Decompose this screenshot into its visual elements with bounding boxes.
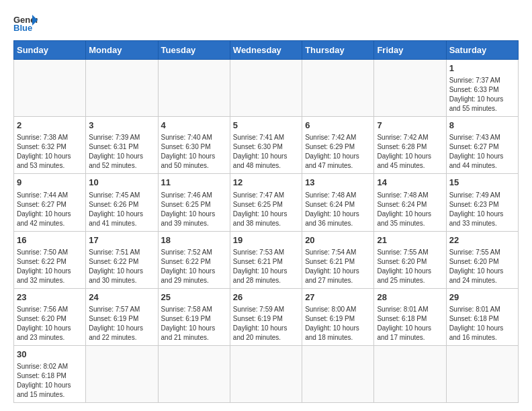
calendar-cell: 28Sunrise: 8:01 AM Sunset: 6:18 PM Dayli… xyxy=(374,288,446,345)
day-info: Sunrise: 7:48 AM Sunset: 6:24 PM Dayligh… xyxy=(377,191,443,228)
day-number: 20 xyxy=(305,234,371,246)
day-info: Sunrise: 7:55 AM Sunset: 6:20 PM Dayligh… xyxy=(449,248,515,285)
col-header-friday: Friday xyxy=(374,41,446,60)
day-number: 28 xyxy=(377,291,443,304)
day-number: 26 xyxy=(233,291,299,304)
calendar-cell: 29Sunrise: 8:01 AM Sunset: 6:18 PM Dayli… xyxy=(446,288,518,345)
day-info: Sunrise: 7:58 AM Sunset: 6:19 PM Dayligh… xyxy=(161,305,227,342)
calendar-cell: 1Sunrise: 7:37 AM Sunset: 6:33 PM Daylig… xyxy=(446,60,518,117)
calendar-cell: 11Sunrise: 7:46 AM Sunset: 6:25 PM Dayli… xyxy=(158,174,230,231)
day-info: Sunrise: 8:02 AM Sunset: 6:18 PM Dayligh… xyxy=(17,362,83,400)
col-header-thursday: Thursday xyxy=(302,41,374,60)
day-info: Sunrise: 8:01 AM Sunset: 6:18 PM Dayligh… xyxy=(377,305,443,342)
day-info: Sunrise: 7:37 AM Sunset: 6:33 PM Dayligh… xyxy=(449,76,515,113)
day-number: 13 xyxy=(305,177,371,189)
day-info: Sunrise: 7:56 AM Sunset: 6:20 PM Dayligh… xyxy=(17,305,83,342)
day-number: 23 xyxy=(17,291,83,304)
calendar-cell: 4Sunrise: 7:40 AM Sunset: 6:30 PM Daylig… xyxy=(158,117,230,174)
calendar-cell: 26Sunrise: 7:59 AM Sunset: 6:19 PM Dayli… xyxy=(230,288,302,345)
day-info: Sunrise: 8:00 AM Sunset: 6:19 PM Dayligh… xyxy=(305,305,371,342)
calendar-table: SundayMondayTuesdayWednesdayThursdayFrid… xyxy=(13,40,519,403)
calendar-cell xyxy=(158,345,230,402)
calendar-cell: 7Sunrise: 7:42 AM Sunset: 6:28 PM Daylig… xyxy=(374,117,446,174)
day-number: 22 xyxy=(449,234,515,246)
day-info: Sunrise: 7:46 AM Sunset: 6:25 PM Dayligh… xyxy=(161,191,227,228)
day-number: 4 xyxy=(161,120,227,132)
day-number: 10 xyxy=(89,177,154,189)
calendar-week-1: 1Sunrise: 7:37 AM Sunset: 6:33 PM Daylig… xyxy=(14,60,519,117)
day-info: Sunrise: 8:01 AM Sunset: 6:18 PM Dayligh… xyxy=(449,305,515,342)
logo: General Blue xyxy=(13,13,38,34)
day-info: Sunrise: 7:44 AM Sunset: 6:27 PM Dayligh… xyxy=(17,191,83,228)
day-info: Sunrise: 7:39 AM Sunset: 6:31 PM Dayligh… xyxy=(89,133,154,171)
calendar-cell xyxy=(230,60,302,117)
day-number: 12 xyxy=(233,177,299,189)
day-info: Sunrise: 7:48 AM Sunset: 6:24 PM Dayligh… xyxy=(305,191,371,228)
day-number: 29 xyxy=(449,291,515,304)
day-number: 1 xyxy=(449,62,515,75)
calendar-cell: 20Sunrise: 7:54 AM Sunset: 6:21 PM Dayli… xyxy=(302,231,374,288)
col-header-monday: Monday xyxy=(86,41,158,60)
calendar-cell: 16Sunrise: 7:50 AM Sunset: 6:22 PM Dayli… xyxy=(14,231,86,288)
day-number: 7 xyxy=(377,120,443,132)
calendar-week-6: 30Sunrise: 8:02 AM Sunset: 6:18 PM Dayli… xyxy=(14,345,519,402)
day-number: 18 xyxy=(161,234,227,246)
logo-icon: General Blue xyxy=(13,13,38,34)
day-number: 15 xyxy=(449,177,515,189)
day-info: Sunrise: 7:55 AM Sunset: 6:20 PM Dayligh… xyxy=(377,248,443,285)
calendar-cell: 14Sunrise: 7:48 AM Sunset: 6:24 PM Dayli… xyxy=(374,174,446,231)
day-number: 5 xyxy=(233,120,299,132)
calendar-cell xyxy=(446,345,518,402)
calendar-cell xyxy=(374,60,446,117)
calendar-week-3: 9Sunrise: 7:44 AM Sunset: 6:27 PM Daylig… xyxy=(14,174,519,231)
day-info: Sunrise: 7:47 AM Sunset: 6:25 PM Dayligh… xyxy=(233,191,299,228)
day-info: Sunrise: 7:53 AM Sunset: 6:21 PM Dayligh… xyxy=(233,248,299,285)
calendar-cell: 15Sunrise: 7:49 AM Sunset: 6:23 PM Dayli… xyxy=(446,174,518,231)
calendar-cell: 10Sunrise: 7:45 AM Sunset: 6:26 PM Dayli… xyxy=(86,174,158,231)
calendar-cell: 22Sunrise: 7:55 AM Sunset: 6:20 PM Dayli… xyxy=(446,231,518,288)
calendar-cell xyxy=(86,345,158,402)
day-info: Sunrise: 7:41 AM Sunset: 6:30 PM Dayligh… xyxy=(233,133,299,171)
day-info: Sunrise: 7:57 AM Sunset: 6:19 PM Dayligh… xyxy=(89,305,154,342)
calendar-cell: 18Sunrise: 7:52 AM Sunset: 6:22 PM Dayli… xyxy=(158,231,230,288)
calendar-cell xyxy=(302,60,374,117)
col-header-wednesday: Wednesday xyxy=(230,41,302,60)
day-number: 25 xyxy=(161,291,227,304)
calendar-cell: 8Sunrise: 7:43 AM Sunset: 6:27 PM Daylig… xyxy=(446,117,518,174)
day-info: Sunrise: 7:42 AM Sunset: 6:28 PM Dayligh… xyxy=(377,133,443,171)
calendar-cell: 13Sunrise: 7:48 AM Sunset: 6:24 PM Dayli… xyxy=(302,174,374,231)
day-number: 21 xyxy=(377,234,443,246)
day-number: 17 xyxy=(89,234,154,246)
calendar-cell: 23Sunrise: 7:56 AM Sunset: 6:20 PM Dayli… xyxy=(14,288,86,345)
calendar-week-2: 2Sunrise: 7:38 AM Sunset: 6:32 PM Daylig… xyxy=(14,117,519,174)
day-number: 24 xyxy=(89,291,154,304)
calendar-cell: 24Sunrise: 7:57 AM Sunset: 6:19 PM Dayli… xyxy=(86,288,158,345)
calendar-cell: 5Sunrise: 7:41 AM Sunset: 6:30 PM Daylig… xyxy=(230,117,302,174)
svg-text:Blue: Blue xyxy=(13,23,32,33)
day-number: 16 xyxy=(17,234,83,246)
col-header-tuesday: Tuesday xyxy=(158,41,230,60)
day-info: Sunrise: 7:38 AM Sunset: 6:32 PM Dayligh… xyxy=(17,133,83,171)
day-info: Sunrise: 7:52 AM Sunset: 6:22 PM Dayligh… xyxy=(161,248,227,285)
calendar-cell: 12Sunrise: 7:47 AM Sunset: 6:25 PM Dayli… xyxy=(230,174,302,231)
day-number: 8 xyxy=(449,120,515,132)
calendar-week-5: 23Sunrise: 7:56 AM Sunset: 6:20 PM Dayli… xyxy=(14,288,519,345)
calendar-cell: 6Sunrise: 7:42 AM Sunset: 6:29 PM Daylig… xyxy=(302,117,374,174)
day-info: Sunrise: 7:54 AM Sunset: 6:21 PM Dayligh… xyxy=(305,248,371,285)
day-number: 19 xyxy=(233,234,299,246)
day-number: 6 xyxy=(305,120,371,132)
day-info: Sunrise: 7:40 AM Sunset: 6:30 PM Dayligh… xyxy=(161,133,227,171)
day-info: Sunrise: 7:51 AM Sunset: 6:22 PM Dayligh… xyxy=(89,248,154,285)
calendar-cell: 3Sunrise: 7:39 AM Sunset: 6:31 PM Daylig… xyxy=(86,117,158,174)
calendar-cell: 30Sunrise: 8:02 AM Sunset: 6:18 PM Dayli… xyxy=(14,345,86,402)
day-number: 27 xyxy=(305,291,371,304)
day-info: Sunrise: 7:59 AM Sunset: 6:19 PM Dayligh… xyxy=(233,305,299,342)
calendar-cell xyxy=(158,60,230,117)
calendar-cell xyxy=(14,60,86,117)
col-header-saturday: Saturday xyxy=(446,41,518,60)
calendar-cell: 25Sunrise: 7:58 AM Sunset: 6:19 PM Dayli… xyxy=(158,288,230,345)
col-header-sunday: Sunday xyxy=(14,41,86,60)
day-number: 9 xyxy=(17,177,83,189)
day-info: Sunrise: 7:50 AM Sunset: 6:22 PM Dayligh… xyxy=(17,248,83,285)
calendar-week-4: 16Sunrise: 7:50 AM Sunset: 6:22 PM Dayli… xyxy=(14,231,519,288)
